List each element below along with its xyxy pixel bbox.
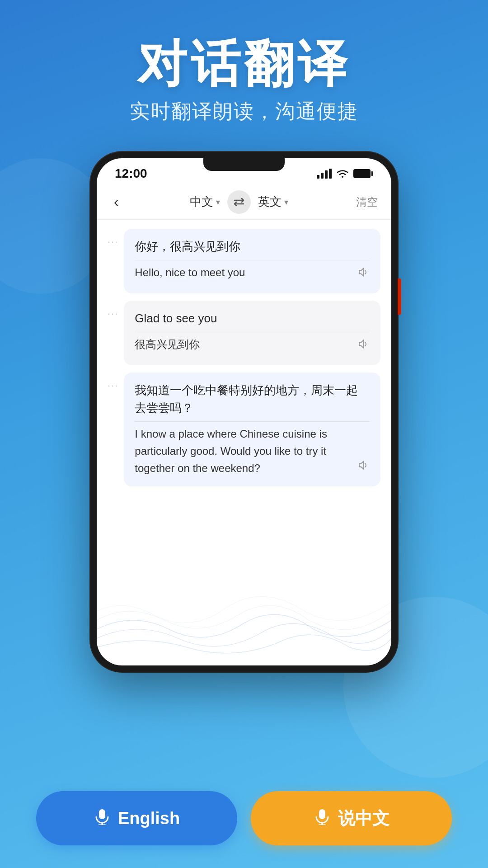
msg-original-3: 我知道一个吃中餐特别好的地方，周末一起去尝尝吗？ [135, 382, 370, 417]
nav-bar: ‹ 中文 ▾ 英文 ▾ [97, 184, 391, 220]
speaker-icon[interactable] [358, 457, 370, 477]
message-row: 我知道一个吃中餐特别好的地方，周末一起去尝尝吗？ I know a place … [108, 373, 380, 486]
svg-rect-3 [319, 809, 325, 819]
msg-options-2[interactable]: ··· [108, 301, 118, 320]
lang-right-selector[interactable]: 英文 ▾ [258, 194, 288, 210]
chinese-speak-button[interactable]: 说中文 [251, 791, 452, 845]
lang-left-selector[interactable]: 中文 ▾ [190, 194, 220, 210]
english-button-label: English [118, 809, 180, 828]
main-title: 对话翻译 [0, 36, 488, 91]
lang-left-label: 中文 [190, 194, 213, 210]
msg-original-2: Glad to see you [135, 310, 370, 327]
header-section: 对话翻译 实时翻译朗读，沟通便捷 [0, 0, 488, 143]
mic-icon-english [94, 808, 111, 829]
lang-right-arrow: ▾ [284, 197, 288, 207]
wifi-icon [336, 169, 349, 179]
msg-options-1[interactable]: ··· [108, 229, 118, 248]
bottom-buttons: English 说中文 [0, 773, 488, 868]
status-icons [317, 169, 373, 179]
status-time: 12:00 [115, 166, 147, 181]
speaker-icon[interactable] [358, 336, 370, 356]
chinese-button-label: 说中文 [338, 807, 389, 830]
wave-decoration [97, 575, 391, 665]
phone-screen: 12:00 [97, 158, 391, 665]
msg-translation-3: I know a place where Chinese cuisine is … [135, 425, 370, 477]
msg-options-3[interactable]: ··· [108, 373, 118, 392]
message-bubble: 我知道一个吃中餐特别好的地方，周末一起去尝尝吗？ I know a place … [124, 373, 380, 486]
msg-original-1: 你好，很高兴见到你 [135, 238, 370, 255]
phone-notch [203, 158, 285, 171]
speaker-icon[interactable] [358, 264, 370, 284]
signal-icon [317, 169, 332, 179]
message-bubble: Glad to see you 很高兴见到你 [124, 301, 380, 365]
english-speak-button[interactable]: English [36, 791, 237, 845]
svg-rect-0 [99, 809, 105, 819]
back-button[interactable]: ‹ [110, 190, 122, 214]
mic-icon-chinese [314, 808, 331, 829]
msg-translation-1: Hello, nice to meet you [135, 264, 370, 284]
clear-button[interactable]: 清空 [356, 195, 378, 209]
phone-body: 12:00 [90, 152, 398, 672]
battery-icon [353, 169, 373, 178]
phone-mockup: 12:00 [0, 152, 488, 672]
lang-right-label: 英文 [258, 194, 282, 210]
swap-icon [233, 198, 245, 207]
swap-button[interactable] [227, 190, 251, 214]
chat-area: 你好，很高兴见到你 Hello, nice to meet you [97, 220, 391, 665]
nav-center: 中文 ▾ 英文 ▾ [122, 190, 356, 214]
message-row: 你好，很高兴见到你 Hello, nice to meet you [108, 229, 380, 293]
message-bubble: 你好，很高兴见到你 Hello, nice to meet you [124, 229, 380, 293]
msg-translation-2: 很高兴见到你 [135, 336, 370, 356]
lang-left-arrow: ▾ [216, 197, 220, 207]
message-row: ··· Glad to see you 很高兴见到你 [108, 301, 380, 365]
sub-title: 实时翻译朗读，沟通便捷 [0, 98, 488, 125]
